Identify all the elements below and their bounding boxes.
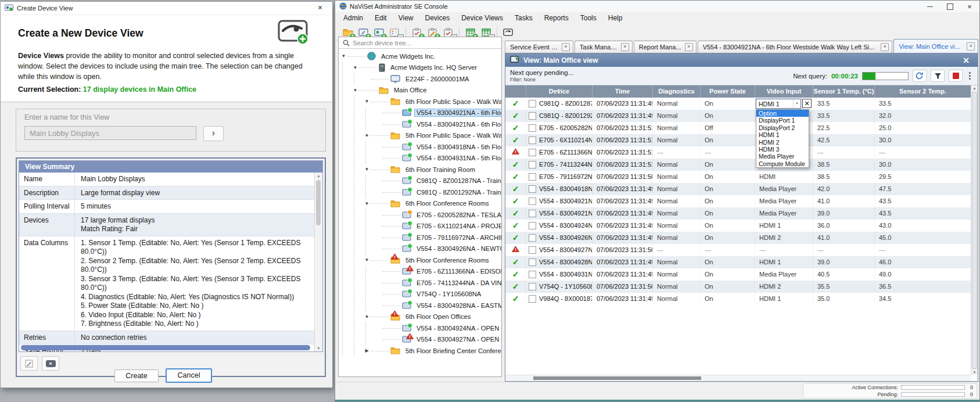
tree-item[interactable]: V554 - 83004924NA - OPEN OFFICE 6-15 — [339, 322, 501, 334]
tree-item[interactable]: V554 - 83004931NA - 5th Floor Northside … — [339, 153, 501, 164]
row-checkbox[interactable] — [529, 210, 536, 217]
table-vertical-scrollbar[interactable]: ▲ ▼ — [971, 85, 978, 375]
tree-expander-icon[interactable]: ▼ — [340, 53, 347, 59]
table-row[interactable]: ✓V554 - 83004921NA...07/06/2023 11:31:49… — [505, 207, 971, 220]
tree-item[interactable]: E705 - 62005282NA - TESLA 6-46 — [339, 209, 501, 221]
row-checkbox[interactable] — [529, 124, 536, 132]
row-checkbox[interactable] — [529, 283, 536, 290]
view-name-input[interactable] — [24, 126, 196, 140]
row-checkbox[interactable] — [529, 185, 536, 193]
row-checkbox[interactable] — [529, 222, 536, 229]
table-row[interactable]: ✓V754Q - 1Y105608NA07/06/2023 11:31:50No… — [505, 281, 971, 293]
tree-item[interactable]: ▼5th Floor Public Space - Walk Way — [339, 130, 501, 142]
tree-expander-icon[interactable]: ▼ — [351, 88, 359, 93]
column-header-Device[interactable]: Device▲ — [526, 85, 593, 98]
close-tab-icon[interactable]: × — [881, 43, 889, 51]
device-tree-search[interactable]: Search device tree... — [339, 37, 501, 49]
table-row[interactable]: ✓E705 - 74113244NA...07/06/2023 11:31:51… — [505, 159, 971, 171]
tree-item[interactable]: E705 - 79116972NA - ARCHIMEDES 6-50 — [339, 232, 501, 243]
table-row[interactable]: ✓C981Q - 8Z001287...07/06/2023 11:31:49N… — [505, 98, 971, 110]
tree-expander-icon[interactable]: ▼ — [363, 167, 371, 172]
tree-item[interactable]: ▼6th Floor Training Room — [339, 164, 501, 175]
row-checkbox[interactable] — [529, 112, 536, 120]
table-row[interactable]: ✓V554 - 83004924NA...07/06/2023 11:31:49… — [505, 220, 971, 232]
video-input-cancel-icon[interactable]: ✕ — [802, 99, 812, 108]
dropdown-option[interactable]: Option — [756, 110, 809, 117]
tree-item[interactable]: ▼6th Floor Conference Rooms — [339, 198, 501, 210]
row-checkbox[interactable] — [529, 100, 536, 107]
menu-view[interactable]: View — [393, 12, 419, 24]
row-checkbox[interactable] — [529, 271, 536, 278]
more-options-icon[interactable] — [967, 72, 973, 80]
tree-item[interactable]: E705 - 6X110214NA - PROJECT ROOM 6-51 — [339, 221, 501, 232]
column-header-status[interactable] — [505, 85, 526, 98]
tree-expander-icon[interactable]: ▼ — [363, 257, 371, 263]
column-header-Time[interactable]: Time — [593, 85, 653, 98]
tab-1[interactable]: Service Event L...× — [505, 41, 573, 53]
tree-item[interactable]: V754Q - 1Y105608NA — [339, 289, 501, 300]
menu-tools[interactable]: Tools — [575, 12, 602, 24]
tree-item[interactable]: E224F - 26000001MA — [339, 73, 501, 85]
table-horizontal-scrollbar[interactable] — [505, 375, 971, 381]
dropdown-option[interactable]: Media Player — [756, 153, 809, 160]
tab-5[interactable]: View: Main Office vi...× — [893, 39, 978, 53]
row-checkbox[interactable] — [529, 234, 536, 242]
scroll-up-icon[interactable]: ▲ — [315, 173, 322, 179]
apply-name-button[interactable]: › — [203, 126, 224, 141]
tab-3[interactable]: Report Mana...× — [634, 41, 697, 53]
tree-item[interactable]: ▼6th Floor Public Space - Walk Way — [339, 96, 501, 107]
tree-item[interactable]: ▼Acme Widgets Inc. HQ Server — [339, 62, 501, 74]
column-header-Power State[interactable]: Power State — [701, 85, 755, 98]
tree-expander-icon[interactable]: ▼ — [363, 201, 371, 206]
row-checkbox[interactable] — [529, 198, 536, 205]
close-tab-icon[interactable]: × — [685, 43, 693, 51]
table-row[interactable]: !V554 - 83004927NA...07/06/2023 11:31:50… — [505, 244, 971, 256]
menu-reports[interactable]: Reports — [539, 12, 575, 24]
new-device-view-button[interactable] — [500, 26, 516, 39]
tree-item[interactable]: E705 - 74113244NA - DA VINCI 5-19 — [339, 277, 501, 289]
minimize-button[interactable] — [920, 1, 940, 12]
dropdown-option[interactable]: Compute Module — [756, 160, 809, 167]
tree-item[interactable]: ▼!5th Floor Conference Rooms — [339, 254, 501, 266]
table-row[interactable]: ✓V554 - 83004931NA...07/06/2023 11:31:49… — [505, 268, 971, 281]
tree-expander-icon[interactable]: ▼ — [351, 65, 359, 70]
refresh-button[interactable] — [913, 70, 927, 82]
table-row[interactable]: ✓E705 - 6X110214NA...07/06/2023 11:31:51… — [505, 134, 971, 146]
scroll-down-icon[interactable]: ▼ — [315, 345, 322, 351]
table-row[interactable]: !E705 - 6Z111366NA...07/06/2023 11:31:51… — [505, 146, 971, 159]
row-checkbox[interactable] — [529, 246, 536, 254]
table-row[interactable]: ✓V554 - 83004928NA...07/06/2023 11:31:49… — [505, 256, 971, 268]
tree-item[interactable]: ▼!6th Floor Open Offices — [339, 311, 501, 323]
table-row[interactable]: ✓E705 - 79116972NA...07/06/2023 11:31:50… — [505, 171, 971, 183]
menu-devices[interactable]: Devices — [419, 12, 456, 24]
tree-item[interactable]: !V554 - 83004927NA - OPEN OFFICE 6-13 — [339, 334, 501, 346]
menu-help[interactable]: Help — [602, 12, 629, 24]
scroll-up-icon[interactable]: ▲ — [971, 85, 978, 91]
tree-item[interactable]: V554 - 83004926NA - NEWTON 6-30 — [339, 243, 501, 255]
filter-button[interactable] — [931, 70, 945, 82]
cancel-button[interactable]: Cancel — [166, 368, 212, 383]
view-close-icon[interactable]: ✕ — [959, 56, 973, 65]
dropdown-option[interactable]: DisplayPort 2 — [756, 124, 809, 131]
close-tab-icon[interactable]: × — [967, 42, 975, 51]
row-checkbox[interactable] — [529, 173, 536, 181]
menu-tasks[interactable]: Tasks — [509, 12, 539, 24]
row-checkbox[interactable] — [529, 149, 536, 156]
tree-expander-icon[interactable]: ▼ — [363, 314, 371, 320]
tree-item[interactable]: !E705 - 6Z111366NA - EDISON 5-34 — [339, 266, 501, 278]
column-header-Video Input[interactable]: Video Input — [755, 85, 813, 98]
close-tab-icon[interactable]: × — [621, 43, 629, 51]
menu-edit[interactable]: Edit — [369, 12, 393, 24]
tree-item[interactable]: V554 - 83004921NA - 6th Floor Westside W… — [339, 107, 501, 119]
tree-item[interactable]: C981Q - 8Z001287NA - Training Room Left … — [339, 175, 501, 187]
column-header-Diagnostics[interactable]: Diagnostics — [653, 85, 701, 98]
summary-vertical-scrollbar[interactable]: ▲ ▼ — [314, 173, 322, 351]
tree-item[interactable]: V554 - 83004921NA - 6th Floor Westside W… — [339, 119, 501, 130]
column-header-Sensor 2 Temp.[interactable]: Sensor 2 Temp. — [875, 85, 971, 98]
tree-item[interactable]: ▼Main Office — [339, 85, 501, 96]
table-row[interactable]: ✓C981Q - 8Z001292...07/06/2023 11:31:49N… — [505, 110, 971, 122]
row-checkbox[interactable] — [529, 259, 536, 266]
row-checkbox[interactable] — [529, 137, 536, 144]
summary-horizontal-scrollbar[interactable] — [21, 345, 310, 350]
dialog-close-icon[interactable]: × — [310, 2, 330, 14]
